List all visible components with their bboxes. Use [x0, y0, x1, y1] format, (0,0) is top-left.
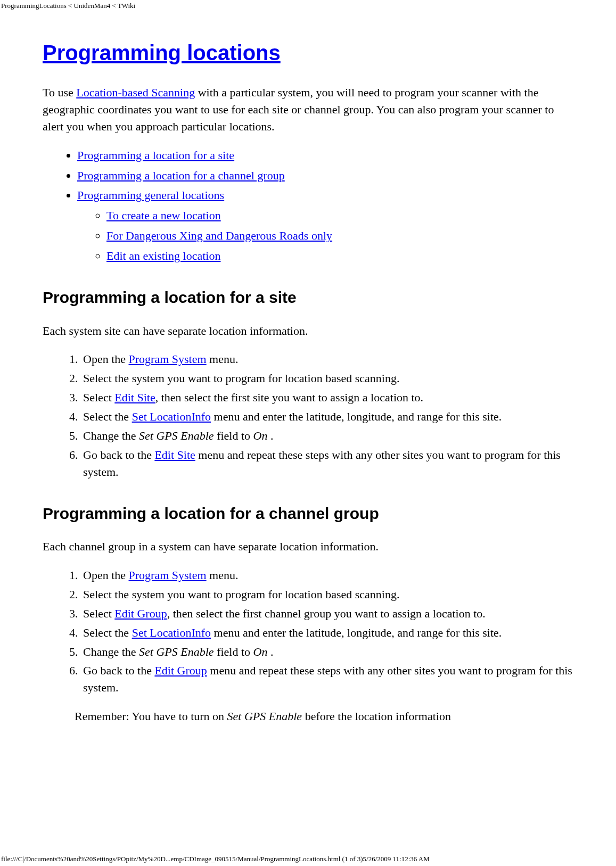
toc-item: Programming general locations To create …: [77, 187, 573, 265]
step-text: , then select the first site you want to…: [155, 391, 423, 404]
step-italic: On: [253, 645, 268, 658]
table-of-contents: Programming a location for a site Progra…: [43, 147, 573, 265]
step-item: Open the Program System menu.: [81, 567, 573, 584]
section-heading-site: Programming a location for a site: [43, 286, 573, 309]
step-text: , then select the first channel group yo…: [167, 607, 486, 620]
step-italic: On: [253, 429, 268, 442]
toc-subitem: For Dangerous Xing and Dangerous Roads o…: [106, 227, 573, 244]
steps-list-site: Open the Program System menu. Select the…: [43, 351, 573, 480]
step-text: Select the: [83, 626, 132, 639]
step-italic: Set GPS Enable: [139, 429, 214, 442]
step-item: Select the system you want to program fo…: [81, 586, 573, 603]
step-text: field to: [214, 429, 253, 442]
toc-item: Programming a location for a site: [77, 147, 573, 164]
step-text: Select: [83, 607, 114, 620]
edit-site-link[interactable]: Edit Site: [154, 448, 195, 461]
note-text: Remember: You have to turn on: [75, 710, 227, 723]
step-text: Open the: [83, 568, 129, 582]
step-text: Change the: [83, 429, 139, 442]
note-text: before the location information: [302, 710, 451, 723]
page-header-path: ProgrammingLocations < UnidenMan4 < TWik…: [1, 1, 135, 11]
edit-group-link[interactable]: Edit Group: [154, 664, 207, 677]
step-text: .: [267, 645, 273, 658]
step-text: Go back to the: [83, 448, 154, 461]
step-text: Go back to the: [83, 664, 154, 677]
page-title[interactable]: Programming locations: [43, 37, 573, 68]
step-text: menu.: [207, 352, 239, 366]
step-text: field to: [214, 645, 253, 658]
toc-subitem: Edit an existing location: [106, 248, 573, 265]
step-item: Change the Set GPS Enable field to On .: [81, 427, 573, 444]
step-italic: Set GPS Enable: [139, 645, 214, 658]
intro-paragraph: To use Location-based Scanning with a pa…: [43, 84, 573, 135]
section-heading-channel-group: Programming a location for a channel gro…: [43, 502, 573, 525]
program-system-link[interactable]: Program System: [129, 568, 207, 582]
edit-group-link[interactable]: Edit Group: [114, 607, 167, 620]
step-text: Open the: [83, 352, 129, 366]
step-text: .: [267, 429, 273, 442]
toc-link-general[interactable]: Programming general locations: [77, 188, 224, 202]
toc-subitem: To create a new location: [106, 207, 573, 224]
step-text: menu and enter the latitude, longitude, …: [211, 410, 502, 423]
step-item: Select the system you want to program fo…: [81, 370, 573, 387]
program-system-link[interactable]: Program System: [129, 352, 207, 366]
steps-list-channel-group: Open the Program System menu. Select the…: [43, 567, 573, 696]
toc-link-site[interactable]: Programming a location for a site: [77, 149, 234, 162]
step-item: Change the Set GPS Enable field to On .: [81, 644, 573, 661]
set-locationinfo-link[interactable]: Set LocationInfo: [132, 626, 211, 639]
step-item: Select Edit Site, then select the first …: [81, 389, 573, 406]
step-text: Select: [83, 391, 114, 404]
section-intro-channel-group: Each channel group in a system can have …: [43, 538, 573, 555]
step-item: Select the Set LocationInfo menu and ent…: [81, 408, 573, 425]
toc-link-channel-group[interactable]: Programming a location for a channel gro…: [77, 169, 285, 182]
note-italic: Set GPS Enable: [227, 710, 302, 723]
toc-link-create-new[interactable]: To create a new location: [106, 209, 221, 222]
edit-site-link[interactable]: Edit Site: [114, 391, 155, 404]
toc-link-edit-existing[interactable]: Edit an existing location: [106, 249, 220, 262]
step-item: Go back to the Edit Site menu and repeat…: [81, 447, 573, 481]
remember-note: Remember: You have to turn on Set GPS En…: [75, 708, 573, 725]
toc-item: Programming a location for a channel gro…: [77, 167, 573, 184]
intro-text-1: To use: [43, 86, 76, 99]
document-body: Programming locations To use Location-ba…: [0, 0, 616, 758]
section-intro-site: Each system site can have separate locat…: [43, 323, 573, 340]
step-text: Change the: [83, 645, 139, 658]
step-item: Select the Set LocationInfo menu and ent…: [81, 624, 573, 641]
toc-sublist: To create a new location For Dangerous X…: [77, 207, 573, 265]
step-text: menu and enter the latitude, longitude, …: [211, 626, 502, 639]
step-text: Select the: [83, 410, 132, 423]
step-item: Select Edit Group, then select the first…: [81, 605, 573, 622]
step-text: menu.: [207, 568, 239, 582]
set-locationinfo-link[interactable]: Set LocationInfo: [132, 410, 211, 423]
step-item: Open the Program System menu.: [81, 351, 573, 368]
toc-link-dangerous[interactable]: For Dangerous Xing and Dangerous Roads o…: [106, 229, 332, 242]
step-item: Go back to the Edit Group menu and repea…: [81, 662, 573, 696]
location-based-scanning-link[interactable]: Location-based Scanning: [76, 86, 195, 99]
